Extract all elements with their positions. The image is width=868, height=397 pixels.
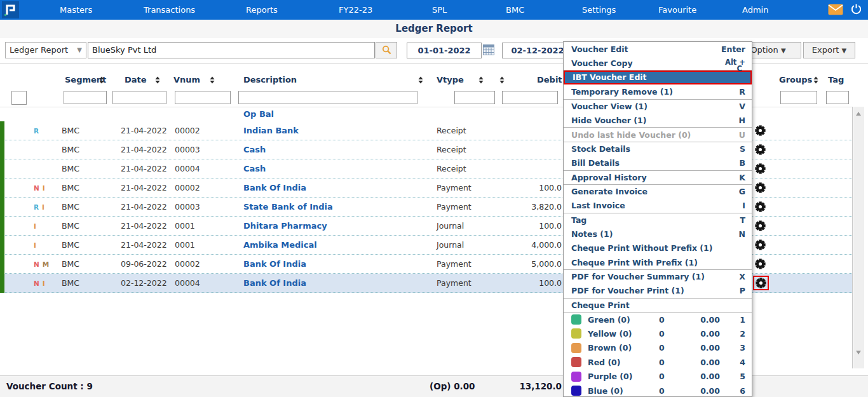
calendar-icon[interactable] bbox=[483, 44, 494, 58]
gear-icon[interactable] bbox=[755, 201, 766, 213]
gear-icon[interactable] bbox=[755, 239, 766, 251]
vertical-scrollbar[interactable] bbox=[853, 107, 864, 368]
gear-icon[interactable] bbox=[755, 220, 766, 232]
gear-icon[interactable] bbox=[755, 144, 766, 156]
ledger-link[interactable]: Cash bbox=[243, 159, 266, 178]
nav-item-bmc[interactable]: BMC bbox=[506, 0, 524, 20]
ledger-link[interactable]: State Bank of India bbox=[243, 198, 333, 217]
filter-tag-input[interactable] bbox=[826, 91, 849, 104]
row-flags: N I bbox=[34, 178, 45, 198]
menu-item-pdf-voucher-summary[interactable]: PDF for Voucher Summary (1)X bbox=[564, 269, 752, 283]
mail-icon[interactable] bbox=[828, 4, 843, 18]
menu-item-voucher-copy[interactable]: Voucher Copy Alt +C bbox=[564, 56, 752, 70]
chevron-down-icon: ▼ bbox=[77, 43, 82, 58]
menu-item-bill-details[interactable]: Bill DetailsB bbox=[564, 156, 752, 170]
row-flags: N I bbox=[34, 274, 45, 293]
gear-icon[interactable] bbox=[755, 182, 766, 194]
ledger-link[interactable]: Bank Of India bbox=[243, 274, 306, 293]
filter-segment-input[interactable] bbox=[64, 91, 107, 104]
page-title: Ledger Report bbox=[0, 20, 868, 38]
select-all-checkbox[interactable] bbox=[11, 91, 27, 105]
gear-icon[interactable] bbox=[755, 163, 766, 175]
nav-item-admin[interactable]: Admin bbox=[742, 0, 768, 20]
menu-color-red[interactable]: Red (0) 0 0.00 4 bbox=[564, 355, 752, 370]
export-button[interactable]: Export ▼ bbox=[803, 42, 855, 58]
scroll-up-icon[interactable] bbox=[856, 112, 861, 116]
gear-icon[interactable] bbox=[755, 125, 766, 137]
op-bal-label: Op Bal bbox=[243, 107, 274, 121]
menu-item-generate-invoice[interactable]: Generate InvoiceG bbox=[564, 184, 752, 198]
col-header-debit[interactable]: Debit bbox=[537, 71, 562, 89]
nav-item-favourite[interactable]: Favourite bbox=[658, 0, 696, 20]
date-from-input[interactable]: 01-01-2022 bbox=[407, 43, 482, 58]
menu-color-yellow[interactable]: Yellow (0) 0 0.00 2 bbox=[564, 326, 752, 341]
ledger-link[interactable]: Bank Of India bbox=[243, 178, 306, 198]
sort-icon[interactable] bbox=[499, 76, 505, 84]
nav-item-spl[interactable]: SPL bbox=[432, 0, 447, 20]
menu-color-purple[interactable]: Purple (0) 0 0.00 5 bbox=[564, 369, 752, 384]
account-input[interactable]: BlueSky Pvt Ltd bbox=[88, 42, 375, 58]
ledger-link[interactable]: Ambika Medical bbox=[243, 236, 317, 255]
sort-icon[interactable] bbox=[478, 76, 484, 84]
menu-item-tag[interactable]: TagT bbox=[564, 213, 752, 227]
filter-groups-input[interactable] bbox=[780, 91, 817, 104]
menu-item-temporary-remove[interactable]: Temporary Remove (1)R bbox=[564, 84, 752, 98]
menu-item-cheque-print[interactable]: Cheque Print bbox=[564, 298, 752, 312]
menu-color-blue[interactable]: Blue (0) 0 0.00 6 bbox=[564, 384, 752, 397]
menu-item-pdf-voucher-print[interactable]: PDF for Voucher Print (1)P bbox=[564, 284, 752, 298]
chevron-down-icon: ▼ bbox=[781, 47, 786, 54]
nav-item-fy[interactable]: FY22-23 bbox=[339, 0, 372, 20]
menu-item-voucher-edit[interactable]: Voucher EditEnter bbox=[564, 42, 752, 56]
app-logo-icon[interactable] bbox=[2, 1, 19, 18]
report-type-select[interactable]: Ledger Report ▼ bbox=[5, 42, 86, 58]
scroll-down-icon[interactable] bbox=[856, 351, 861, 354]
filter-vnum-input[interactable] bbox=[175, 91, 231, 104]
nav-item-masters[interactable]: Masters bbox=[60, 0, 92, 20]
sort-icon[interactable] bbox=[99, 76, 104, 84]
sort-icon[interactable] bbox=[813, 76, 818, 84]
filter-date-input[interactable] bbox=[112, 91, 166, 104]
gear-icon-highlighted[interactable] bbox=[753, 276, 769, 290]
nav-item-reports[interactable]: Reports bbox=[246, 0, 278, 20]
filter-debit-input[interactable] bbox=[502, 91, 558, 104]
row-flags: I bbox=[34, 217, 36, 236]
menu-color-green[interactable]: Green (0) 0 0.00 1 bbox=[564, 312, 752, 326]
menu-item-hide-voucher[interactable]: Hide Voucher (1)H bbox=[564, 113, 752, 127]
col-header-vnum[interactable]: Vnum bbox=[173, 71, 200, 89]
col-header-groups[interactable]: Groups bbox=[779, 71, 812, 89]
menu-item-cheque-print-with-prefix[interactable]: Cheque Print With Prefix (1) bbox=[564, 255, 752, 269]
menu-item-cheque-print-without-prefix[interactable]: Cheque Print Without Prefix (1) bbox=[564, 241, 752, 255]
menu-item-notes[interactable]: Notes (1)N bbox=[564, 227, 752, 241]
row-flags: I bbox=[34, 236, 36, 255]
ledger-link[interactable]: Indian Bank bbox=[243, 121, 299, 140]
menu-item-stock-details[interactable]: Stock DetailsS bbox=[564, 142, 752, 156]
nav-item-settings[interactable]: Settings bbox=[582, 0, 616, 20]
color-swatch bbox=[571, 314, 581, 325]
ledger-link[interactable]: Bank Of India bbox=[243, 255, 306, 274]
menu-item-voucher-view[interactable]: Voucher View (1)V bbox=[564, 99, 752, 113]
sort-icon[interactable] bbox=[210, 76, 215, 84]
nav-item-transactions[interactable]: Transactions bbox=[144, 0, 195, 20]
top-nav: Masters Transactions Reports FY22-23 SPL… bbox=[0, 0, 868, 20]
filter-vtype-input[interactable] bbox=[454, 91, 495, 104]
power-icon[interactable] bbox=[850, 3, 862, 18]
filter-description-input[interactable] bbox=[238, 91, 417, 104]
menu-item-approval-history[interactable]: Approval HistoryK bbox=[564, 170, 752, 184]
col-header-date[interactable]: Date bbox=[125, 71, 147, 89]
row-flags: R I bbox=[34, 198, 44, 217]
menu-color-brown[interactable]: Brown (0) 0 0.00 3 bbox=[564, 340, 752, 355]
option-label: Option bbox=[750, 45, 778, 55]
col-header-description[interactable]: Description bbox=[243, 71, 297, 89]
menu-item-ibt-voucher-edit[interactable]: IBT Voucher Edit bbox=[564, 71, 752, 84]
ledger-link[interactable]: Dhitara Pharmacy bbox=[243, 217, 327, 236]
voucher-count: Voucher Count : 9 bbox=[6, 376, 93, 397]
menu-item-last-invoice[interactable]: Last InvoiceI bbox=[564, 198, 752, 212]
sort-icon[interactable] bbox=[418, 76, 423, 84]
gear-icon[interactable] bbox=[755, 259, 766, 270]
col-header-vtype[interactable]: Vtype bbox=[437, 71, 464, 89]
sort-icon[interactable] bbox=[155, 76, 160, 84]
ledger-link[interactable]: Cash bbox=[243, 140, 266, 159]
search-button[interactable] bbox=[376, 42, 397, 58]
row-status-bar bbox=[0, 121, 4, 293]
col-header-tag[interactable]: Tag bbox=[828, 71, 844, 89]
